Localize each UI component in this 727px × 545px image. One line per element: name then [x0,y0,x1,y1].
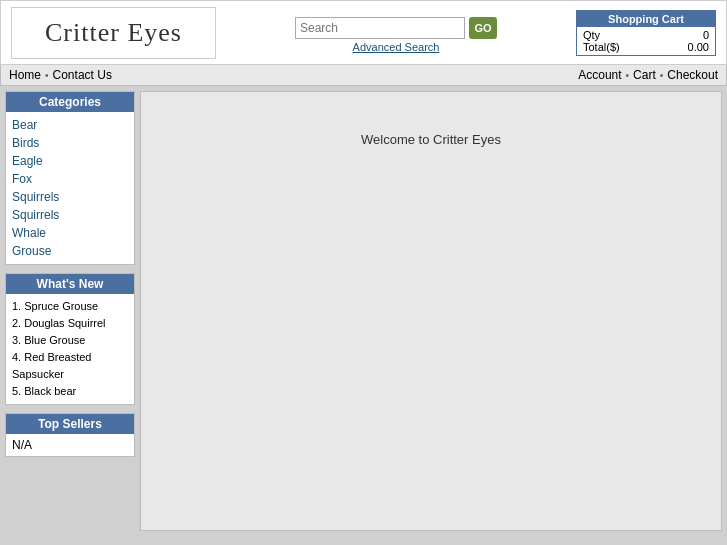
site-logo: Critter Eyes [45,18,182,48]
whats-new-section: What's New 1. Spruce Grouse2. Douglas Sq… [5,273,135,405]
nav-checkout[interactable]: Checkout [667,68,718,82]
category-link[interactable]: Fox [12,170,128,188]
category-link[interactable]: Eagle [12,152,128,170]
cart-total-value: 0.00 [688,41,709,53]
category-link[interactable]: Whale [12,224,128,242]
nav-dot-1: • [45,70,49,81]
logo-area: Critter Eyes [11,7,216,59]
whats-new-header: What's New [6,274,134,294]
cart-total-label: Total($) [583,41,620,53]
top-sellers-header: Top Sellers [6,414,134,434]
category-link[interactable]: Squirrels [12,188,128,206]
welcome-text: Welcome to Critter Eyes [361,132,501,147]
categories-header: Categories [6,92,134,112]
nav-cart[interactable]: Cart [633,68,656,82]
whats-new-item[interactable]: 4. Red Breasted Sapsucker [12,349,128,383]
search-input[interactable] [295,17,465,39]
whats-new-item[interactable]: 3. Blue Grouse [12,332,128,349]
sidebar: Categories BearBirdsEagleFoxSquirrelsSqu… [5,91,135,531]
main-layout: Categories BearBirdsEagleFoxSquirrelsSqu… [0,86,727,536]
category-link[interactable]: Squirrels [12,206,128,224]
category-link[interactable]: Bear [12,116,128,134]
cart-area: Shopping Cart Qty 0 Total($) 0.00 [576,10,716,56]
main-content: Welcome to Critter Eyes [140,91,722,531]
navbar: Home • Contact Us Account • Cart • Check… [0,65,727,86]
search-button[interactable]: GO [469,17,497,39]
category-link[interactable]: Birds [12,134,128,152]
categories-list: BearBirdsEagleFoxSquirrelsSquirrelsWhale… [6,112,134,264]
nav-dot-3: • [660,70,664,81]
nav-right: Account • Cart • Checkout [578,68,718,82]
top-sellers-na: N/A [6,434,134,456]
whats-new-item[interactable]: 1. Spruce Grouse [12,298,128,315]
whats-new-item[interactable]: 2. Douglas Squirrel [12,315,128,332]
categories-section: Categories BearBirdsEagleFoxSquirrelsSqu… [5,91,135,265]
search-area: GO Advanced Search [216,13,576,53]
nav-left: Home • Contact Us [9,68,112,82]
nav-dot-2: • [626,70,630,81]
advanced-search-link[interactable]: Advanced Search [353,41,440,53]
whats-new-list: 1. Spruce Grouse2. Douglas Squirrel3. Bl… [6,294,134,404]
cart-title: Shopping Cart [577,11,715,27]
nav-contact-us[interactable]: Contact Us [53,68,112,82]
top-sellers-section: Top Sellers N/A [5,413,135,457]
nav-home[interactable]: Home [9,68,41,82]
whats-new-item[interactable]: 5. Black bear [12,383,128,400]
category-link[interactable]: Grouse [12,242,128,260]
cart-qty-label: Qty [583,29,600,41]
nav-account[interactable]: Account [578,68,621,82]
cart-qty-value: 0 [703,29,709,41]
